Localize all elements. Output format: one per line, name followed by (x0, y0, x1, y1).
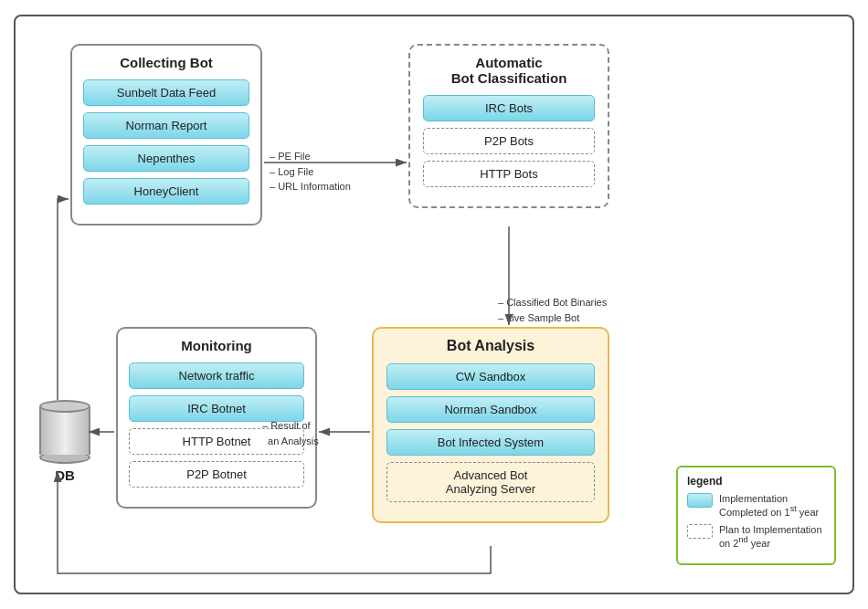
nepenthes: Nepenthes (83, 145, 249, 172)
auto-bot-box: AutomaticBot Classification IRC Bots P2P… (408, 44, 609, 208)
db-container: DB (32, 400, 98, 483)
irc-bots: IRC Bots (423, 95, 595, 121)
legend-text-1: ImplementationCompleted on 1st year (719, 493, 819, 518)
legend-swatch-cyan (687, 493, 713, 508)
honeyclient: HoneyClient (83, 178, 249, 205)
legend-title: legend (687, 475, 825, 488)
db-label: DB (55, 467, 75, 483)
http-bots: HTTP Bots (423, 161, 595, 187)
monitoring-title: Monitoring (129, 338, 304, 353)
sunbelt-data-feed: Sunbelt Data Feed (83, 79, 249, 106)
advanced-bot-server: Advanced BotAnalyzing Server (386, 462, 595, 502)
norman-report: Norman Report (83, 112, 249, 139)
arrow1-label: – PE File– Log File– URL Information (270, 149, 351, 194)
db-cylinder (37, 400, 92, 464)
main-container: Collecting Bot Sunbelt Data Feed Norman … (14, 15, 854, 594)
bot-infected-system: Bot Infected System (386, 429, 595, 456)
cyl-body (39, 407, 90, 455)
norman-sandbox: Norman Sandbox (386, 396, 595, 423)
p2p-bots: P2P Bots (423, 128, 595, 154)
collecting-bot-box: Collecting Bot Sunbelt Data Feed Norman … (70, 44, 262, 226)
bot-analysis-box: Bot Analysis CW Sandbox Norman Sandbox B… (372, 327, 609, 523)
cw-sandbox: CW Sandbox (386, 363, 595, 390)
collecting-bot-title: Collecting Bot (83, 55, 249, 70)
legend-text-2: Plan to Implementationon 2nd year (719, 524, 822, 549)
p2p-botnet: P2P Botnet (129, 461, 304, 488)
auto-bot-title: AutomaticBot Classification (423, 55, 595, 86)
network-traffic: Network traffic (129, 362, 304, 389)
arrow2-label: – Classified Bot Binaries– Live Sample B… (498, 295, 607, 325)
bot-analysis-title: Bot Analysis (386, 338, 595, 354)
arrow3-label: – Result of an Analysis (262, 418, 319, 448)
legend-box: legend ImplementationCompleted on 1st ye… (676, 466, 836, 565)
legend-swatch-dashed (687, 524, 713, 539)
legend-item-1: ImplementationCompleted on 1st year (687, 493, 825, 518)
cyl-top (39, 400, 90, 413)
legend-item-2: Plan to Implementationon 2nd year (687, 524, 825, 549)
